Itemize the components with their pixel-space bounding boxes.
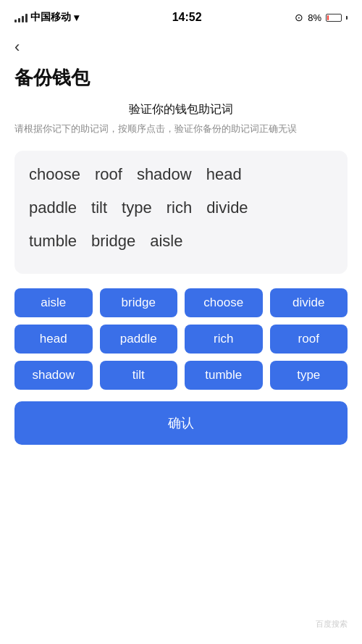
word-chip[interactable]: head (14, 325, 93, 354)
subtitle-main: 验证你的钱包助记词 (14, 102, 348, 117)
word-item: head (206, 165, 242, 184)
status-time: 14:52 (172, 11, 202, 24)
chips-grid: aislebridgechoosedivideheadpaddlerichroo… (14, 288, 348, 390)
word-item: aisle (150, 232, 182, 251)
word-chip[interactable]: paddle (100, 325, 178, 354)
battery-icon (326, 14, 342, 22)
word-chip[interactable]: choose (185, 288, 263, 317)
circle-icon: ⊙ (295, 12, 303, 23)
subtitle-section: 验证你的钱包助记词 请根据你记下的助记词，按顺序点击，验证你备份的助记词正确无误 (0, 102, 362, 143)
word-row: tumblebridgeaisle (29, 232, 333, 251)
word-chip[interactable]: roof (270, 325, 348, 354)
subtitle-desc: 请根据你记下的助记词，按顺序点击，验证你备份的助记词正确无误 (14, 122, 348, 136)
word-chip[interactable]: tilt (100, 361, 178, 390)
confirm-button[interactable]: 确认 (14, 401, 348, 445)
battery-percent: 8% (308, 12, 321, 23)
word-chip[interactable]: tumble (185, 361, 263, 390)
word-item: tumble (29, 232, 77, 251)
signal-icon (14, 12, 28, 22)
word-chip[interactable]: rich (185, 325, 263, 354)
word-item: paddle (29, 198, 77, 217)
word-item: bridge (91, 232, 135, 251)
status-battery: ⊙ 8% (295, 12, 348, 23)
word-chip[interactable]: aisle (14, 288, 93, 317)
word-chip[interactable]: divide (270, 288, 348, 317)
word-chip[interactable]: bridge (100, 288, 178, 317)
word-display-box: chooseroofshadowheadpaddletilttyperichdi… (14, 151, 348, 274)
carrier-name: 中国移动 (30, 11, 71, 24)
word-item: choose (29, 165, 80, 184)
battery-tip (346, 16, 348, 20)
word-row: paddletilttyperichdivide (29, 198, 333, 217)
chips-section: aislebridgechoosedivideheadpaddlerichroo… (0, 288, 362, 445)
word-item: roof (95, 165, 122, 184)
watermark: 百度搜索 (316, 619, 348, 630)
wifi-icon: ▾ (74, 12, 79, 23)
word-item: divide (206, 198, 248, 217)
page-title: 备份钱包 (0, 59, 362, 102)
word-item: shadow (137, 165, 192, 184)
word-row: chooseroofshadowhead (29, 165, 333, 184)
word-item: rich (167, 198, 192, 217)
word-chip[interactable]: shadow (14, 361, 93, 390)
word-item: tilt (91, 198, 107, 217)
status-carrier: 中国移动 ▾ (14, 11, 79, 24)
back-button[interactable]: ‹ (0, 32, 362, 59)
word-chip[interactable]: type (270, 361, 348, 390)
word-item: type (122, 198, 152, 217)
status-bar: 中国移动 ▾ 14:52 ⊙ 8% (0, 0, 362, 32)
